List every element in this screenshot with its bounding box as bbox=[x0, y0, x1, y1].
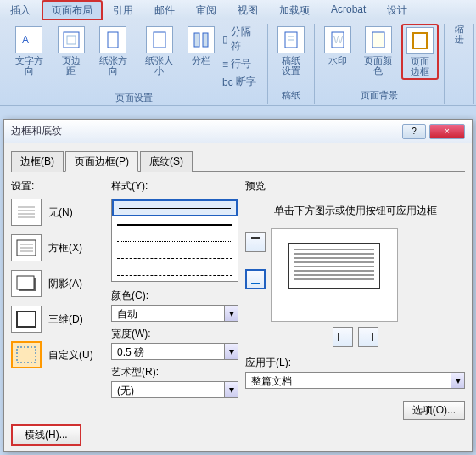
setting-box[interactable]: 方框(X) bbox=[11, 234, 104, 261]
horizontal-line-button[interactable]: 横线(H)... bbox=[11, 424, 81, 446]
style-option[interactable] bbox=[112, 199, 238, 216]
dialog-tab-shading[interactable]: 底纹(S) bbox=[140, 151, 193, 172]
dialog-tab-border[interactable]: 边框(B) bbox=[11, 151, 64, 172]
preview-left-border-button[interactable] bbox=[333, 327, 353, 347]
tab-acrobat[interactable]: Acrobat bbox=[321, 0, 377, 20]
line-numbers-button[interactable]: ≡行号 bbox=[221, 56, 261, 72]
tab-page-layout[interactable]: 页面布局 bbox=[42, 0, 103, 20]
dialog-close-button[interactable]: × bbox=[429, 124, 465, 139]
group-label-paper: 稿纸 bbox=[282, 87, 300, 104]
page-border-icon bbox=[406, 27, 434, 54]
preview-bottom-border-button[interactable] bbox=[245, 269, 266, 289]
group-paper: 稿纸 设置 稿纸 bbox=[268, 24, 315, 104]
apply-to-combo[interactable]: 整篇文档▾ bbox=[245, 372, 465, 389]
dialog-tab-page-border[interactable]: 页面边框(P) bbox=[65, 151, 138, 172]
chevron-down-icon[interactable]: ▾ bbox=[224, 382, 238, 397]
style-label: 样式(Y): bbox=[111, 179, 238, 194]
paper-icon bbox=[277, 26, 305, 53]
options-button[interactable]: 选项(O)... bbox=[403, 401, 465, 420]
style-option[interactable] bbox=[112, 216, 238, 233]
group-indent: 缩进 bbox=[445, 24, 474, 104]
setting-3d[interactable]: 三维(D) bbox=[11, 306, 104, 333]
watermark-icon: W bbox=[324, 26, 351, 53]
color-field: 颜色(C): 自动▾ bbox=[111, 289, 238, 322]
width-label: 宽度(W): bbox=[111, 327, 238, 341]
color-combo[interactable]: 自动▾ bbox=[111, 305, 238, 322]
style-listbox[interactable] bbox=[111, 199, 238, 282]
tab-mailings[interactable]: 邮件 bbox=[144, 0, 186, 20]
page-color-icon bbox=[365, 26, 392, 53]
svg-rect-6 bbox=[203, 33, 208, 47]
ribbon-tabs: 插入 页面布局 引用 邮件 审阅 视图 加载项 Acrobat 设计 bbox=[0, 0, 476, 20]
style-option[interactable] bbox=[112, 250, 238, 267]
style-option[interactable] bbox=[112, 267, 238, 282]
svg-text:W: W bbox=[333, 34, 344, 46]
svg-rect-13 bbox=[413, 33, 427, 48]
tab-addins[interactable]: 加载项 bbox=[269, 0, 321, 20]
text-direction-icon: A bbox=[15, 26, 42, 53]
setting-shadow[interactable]: 阴影(A) bbox=[11, 270, 104, 297]
chevron-down-icon[interactable]: ▾ bbox=[224, 344, 238, 359]
preview-top-border-button[interactable] bbox=[245, 232, 266, 252]
group-label-page-setup: 页面设置 bbox=[115, 90, 153, 106]
page-color-button[interactable]: 页面颜色 bbox=[357, 24, 400, 78]
three-d-icon bbox=[11, 306, 42, 333]
borders-shading-dialog: 边框和底纹 ? × 边框(B) 页面边框(P) 底纹(S) 设置: 无(N) 方… bbox=[3, 119, 473, 452]
svg-rect-3 bbox=[108, 32, 118, 48]
art-label: 艺术型(R): bbox=[111, 365, 238, 379]
style-option[interactable] bbox=[112, 233, 238, 250]
page-border-button[interactable]: 页面 边框 bbox=[401, 24, 439, 80]
columns-button[interactable]: 分栏 bbox=[183, 24, 219, 68]
tab-review[interactable]: 审阅 bbox=[186, 0, 227, 20]
breaks-button[interactable]: ▯分隔符 bbox=[221, 24, 261, 54]
text-direction-button[interactable]: A文字方向 bbox=[7, 24, 52, 78]
size-icon bbox=[146, 26, 173, 53]
width-field: 宽度(W): 0.5 磅▾ bbox=[111, 327, 238, 360]
margins-button[interactable]: 页边距 bbox=[53, 24, 89, 78]
preview-page[interactable] bbox=[271, 228, 398, 322]
tab-design[interactable]: 设计 bbox=[377, 0, 418, 20]
preview-right-border-button[interactable] bbox=[358, 327, 378, 347]
svg-rect-24 bbox=[17, 312, 36, 327]
dialog-help-button[interactable]: ? bbox=[402, 124, 426, 139]
line-no-icon: ≡ bbox=[222, 59, 228, 70]
chevron-down-icon[interactable]: ▾ bbox=[451, 373, 464, 388]
custom-icon bbox=[11, 341, 42, 368]
dialog-titlebar: 边框和底纹 ? × bbox=[4, 120, 472, 143]
preview-hint: 单击下方图示或使用按钮可应用边框 bbox=[259, 204, 451, 218]
setting-custom[interactable]: 自定义(U) bbox=[11, 341, 104, 368]
color-label: 颜色(C): bbox=[111, 289, 238, 303]
watermark-button[interactable]: W水印 bbox=[320, 24, 356, 68]
art-combo[interactable]: (无)▾ bbox=[111, 381, 238, 398]
breaks-icon: ▯ bbox=[222, 33, 228, 45]
preview-label: 预览 bbox=[245, 179, 465, 194]
group-page-background: W水印 页面颜色 页面 边框 页面背景 bbox=[315, 24, 445, 104]
tab-references[interactable]: 引用 bbox=[103, 0, 144, 20]
tab-insert[interactable]: 插入 bbox=[0, 0, 42, 20]
shadow-icon bbox=[11, 270, 42, 297]
width-combo[interactable]: 0.5 磅▾ bbox=[111, 343, 238, 360]
dialog-tabs: 边框(B) 页面边框(P) 底纹(S) bbox=[11, 150, 465, 172]
hyphen-icon: bc bbox=[222, 76, 233, 88]
tab-view[interactable]: 视图 bbox=[227, 0, 269, 20]
none-icon bbox=[11, 199, 42, 226]
columns-icon bbox=[188, 26, 215, 53]
svg-text:A: A bbox=[22, 34, 29, 46]
preview-column: 预览 单击下方图示或使用按钮可应用边框 bbox=[245, 179, 465, 403]
group-label-page-bg: 页面背景 bbox=[361, 87, 398, 104]
orientation-button[interactable]: 纸张方向 bbox=[91, 24, 136, 78]
settings-column: 设置: 无(N) 方框(X) 阴影(A) 三维(D) 自定义(U) bbox=[11, 179, 104, 403]
paper-settings-button[interactable]: 稿纸 设置 bbox=[273, 24, 309, 78]
setting-none[interactable]: 无(N) bbox=[11, 199, 104, 226]
apply-to-field: 应用于(L): 整篇文档▾ bbox=[245, 356, 465, 389]
svg-rect-1 bbox=[64, 32, 79, 48]
svg-rect-23 bbox=[17, 276, 34, 289]
orientation-icon bbox=[99, 26, 126, 53]
margins-icon bbox=[58, 26, 85, 53]
style-column: 样式(Y): 颜色(C): 自动▾ 宽度(W): 0.5 磅▾ 艺术型(R): … bbox=[111, 179, 238, 403]
hyphenation-button[interactable]: bc断字 bbox=[221, 74, 261, 90]
size-button[interactable]: 纸张大小 bbox=[137, 24, 182, 78]
chevron-down-icon[interactable]: ▾ bbox=[224, 306, 238, 321]
svg-rect-25 bbox=[17, 347, 36, 362]
svg-rect-12 bbox=[372, 32, 384, 48]
